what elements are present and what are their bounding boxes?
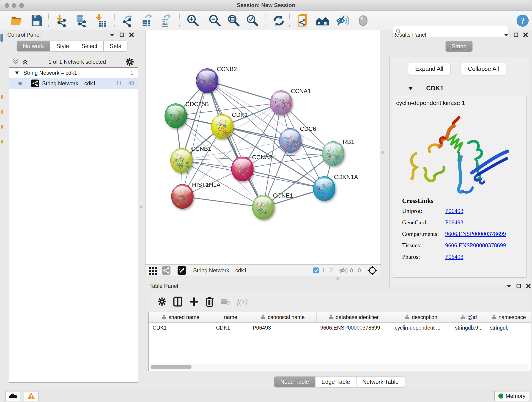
network-row[interactable]: String Network – cdk1 11 48 bbox=[9, 78, 138, 89]
uniprot-link[interactable]: P06493 bbox=[445, 208, 463, 214]
column-header-canonical-name[interactable]: canonical name bbox=[249, 312, 317, 322]
left-splitter-handle[interactable] bbox=[139, 205, 143, 209]
panel-close-icon[interactable] bbox=[129, 32, 134, 37]
network-node-cdk1[interactable] bbox=[211, 114, 233, 139]
network-view-icon[interactable] bbox=[162, 266, 171, 275]
import-network-database-icon[interactable] bbox=[74, 14, 87, 27]
column-header-namespace[interactable]: namespace bbox=[486, 312, 531, 322]
cell-description[interactable]: cyclin-dependent ... bbox=[391, 323, 451, 333]
refresh-layout-icon[interactable] bbox=[272, 14, 285, 27]
grid-view-icon[interactable] bbox=[149, 266, 158, 275]
network-node-hist1h1a[interactable] bbox=[171, 184, 193, 209]
hide-graphics-details-icon[interactable] bbox=[336, 14, 349, 27]
export-table-icon[interactable] bbox=[140, 14, 153, 27]
fit-selected-crosshair-icon[interactable] bbox=[367, 265, 377, 275]
expand-all-button[interactable]: Expand All bbox=[408, 63, 450, 75]
scrollbar-thumb[interactable] bbox=[151, 365, 191, 369]
panel-float-icon[interactable] bbox=[109, 33, 114, 36]
tab-network-table[interactable]: Network Table bbox=[356, 376, 405, 387]
panel-close-icon[interactable] bbox=[523, 32, 528, 37]
help-icon[interactable]: ? bbox=[516, 14, 529, 27]
tab-node-table[interactable]: Node Table bbox=[274, 376, 315, 387]
cell-database-identifier[interactable]: 9606.ENSP00000378699 bbox=[317, 323, 391, 333]
save-session-icon[interactable] bbox=[30, 14, 43, 27]
network-edge[interactable] bbox=[242, 169, 324, 189]
collapse-all-button[interactable]: Collapse All bbox=[461, 63, 506, 75]
cell-namespace[interactable]: stringdb bbox=[486, 323, 531, 333]
delete-column-trash-icon[interactable] bbox=[205, 297, 214, 307]
table-row[interactable]: CDK1CDK1P064939606.ENSP00000378699cyclin… bbox=[149, 323, 531, 333]
network-edge[interactable] bbox=[207, 81, 263, 207]
cloud-button[interactable] bbox=[6, 391, 20, 401]
zoom-fit-icon[interactable] bbox=[227, 14, 240, 27]
expand-all-networks-icon[interactable] bbox=[22, 58, 29, 66]
network-node-ccne1[interactable] bbox=[252, 195, 274, 219]
pharos-link[interactable]: P06493 bbox=[445, 254, 463, 260]
section-collapse-icon[interactable] bbox=[408, 86, 413, 90]
column-header-shared-name[interactable]: shared name bbox=[149, 312, 212, 322]
open-session-icon[interactable] bbox=[10, 14, 23, 27]
network-node-rb1[interactable] bbox=[322, 141, 344, 166]
column-header--id[interactable]: @id bbox=[451, 312, 486, 322]
genecard-link[interactable]: P06493 bbox=[445, 219, 463, 226]
panel-float-icon[interactable] bbox=[504, 33, 509, 36]
network-canvas[interactable]: CCNB2CCNA1CDC25BCDK1CDC6RB1CCNB1CCNA2CDK… bbox=[145, 30, 381, 265]
network-options-gear-icon[interactable] bbox=[126, 58, 134, 66]
tissues-link[interactable]: 9606.ENSP00000378699 bbox=[445, 242, 506, 249]
cell--id[interactable]: stringdb:9... bbox=[451, 323, 486, 333]
panel-maximize-icon[interactable] bbox=[120, 32, 124, 37]
warnings-button[interactable] bbox=[24, 391, 38, 401]
network-node-cdc6[interactable] bbox=[279, 128, 301, 153]
panel-float-icon[interactable] bbox=[506, 284, 511, 288]
node-table[interactable]: shared namenamecanonical namedatabase id… bbox=[148, 312, 531, 371]
import-table-icon[interactable] bbox=[94, 14, 107, 27]
network-edge[interactable] bbox=[182, 81, 207, 196]
table-options-gear-icon[interactable] bbox=[158, 297, 166, 306]
panel-maximize-icon[interactable] bbox=[516, 284, 521, 288]
network-edge[interactable] bbox=[207, 81, 281, 103]
export-image-icon[interactable] bbox=[159, 14, 172, 27]
right-splitter-handle[interactable] bbox=[381, 151, 385, 154]
network-node-ccna2[interactable] bbox=[231, 157, 253, 181]
cell-shared-name[interactable]: CDK1 bbox=[149, 323, 212, 333]
network-node-ccnb1[interactable] bbox=[171, 148, 192, 173]
tab-edge-table[interactable]: Edge Table bbox=[315, 376, 356, 387]
tab-network[interactable]: Network bbox=[17, 41, 50, 51]
zoom-out-icon[interactable] bbox=[208, 14, 221, 27]
network-node-ccnb2[interactable] bbox=[196, 69, 218, 93]
first-neighbors-icon[interactable] bbox=[316, 14, 329, 27]
cell-canonical-name[interactable]: P06493 bbox=[249, 323, 317, 333]
network-node-ccna1[interactable] bbox=[270, 90, 292, 115]
cell-name[interactable]: CDK1 bbox=[212, 323, 249, 333]
column-header-database-identifier[interactable]: database identifier bbox=[317, 312, 391, 322]
zoom-selected-icon[interactable] bbox=[246, 14, 259, 27]
export-network-icon[interactable] bbox=[121, 14, 134, 27]
compartments-link[interactable]: 9606.ENSP00000378699 bbox=[445, 230, 506, 237]
zoom-in-icon[interactable] bbox=[186, 14, 199, 27]
network-node-cdkn1a[interactable] bbox=[313, 177, 335, 201]
collection-expand-icon[interactable] bbox=[15, 71, 19, 75]
network-node-cdc25b[interactable] bbox=[165, 104, 187, 128]
show-graphics-details-icon[interactable] bbox=[356, 14, 370, 27]
network-edge[interactable] bbox=[222, 127, 333, 153]
panel-close-icon[interactable] bbox=[526, 284, 531, 288]
network-collection-row[interactable]: String Network – cdk1 1 bbox=[9, 68, 138, 78]
memory-button[interactable]: Memory bbox=[494, 391, 529, 401]
collapse-all-networks-icon[interactable] bbox=[12, 58, 19, 66]
network-edge[interactable] bbox=[182, 196, 263, 207]
tab-string[interactable]: String bbox=[445, 41, 473, 52]
bottom-splitter-handle[interactable] bbox=[336, 277, 340, 280]
tab-style[interactable]: Style bbox=[50, 41, 75, 51]
network-file-icon[interactable] bbox=[297, 14, 310, 27]
horizontal-scrollbar[interactable] bbox=[150, 364, 529, 370]
birds-eye-view-icon[interactable] bbox=[177, 266, 186, 275]
import-network-file-icon[interactable] bbox=[55, 14, 68, 27]
panel-maximize-icon[interactable] bbox=[514, 32, 518, 37]
tab-select[interactable]: Select bbox=[75, 41, 103, 51]
column-header-name[interactable]: name bbox=[212, 312, 249, 322]
column-header-description[interactable]: description bbox=[391, 312, 451, 322]
create-column-plus-icon[interactable] bbox=[189, 297, 198, 306]
show-columns-icon[interactable] bbox=[173, 297, 182, 307]
protein-section-header[interactable]: CDK1 bbox=[391, 81, 528, 96]
tab-sets[interactable]: Sets bbox=[104, 41, 127, 51]
